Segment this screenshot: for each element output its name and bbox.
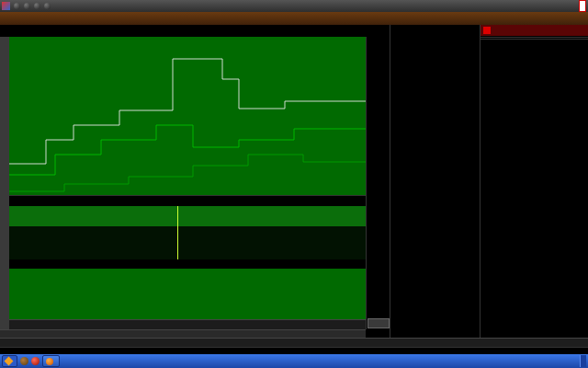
local-icon xyxy=(5,357,14,366)
smart-diagnosis-strip xyxy=(9,206,366,226)
title-bar xyxy=(0,0,588,12)
axis-labels-column xyxy=(366,37,390,329)
chart-cursor-line xyxy=(177,206,178,259)
stock-header[interactable] xyxy=(481,25,588,36)
windows-taskbar xyxy=(0,354,588,368)
kdj-indicator-header xyxy=(9,259,366,269)
ad-banner[interactable] xyxy=(579,0,586,12)
app-icon xyxy=(2,2,10,10)
red-app-icon[interactable] xyxy=(31,357,40,365)
taskbar-window-button[interactable] xyxy=(42,355,60,367)
firefox-icon xyxy=(46,358,53,365)
volume-indicator-header xyxy=(9,195,366,206)
indicator-info-bar xyxy=(0,25,390,37)
chart-region xyxy=(9,37,366,329)
kdj-pane[interactable] xyxy=(9,269,366,319)
view-tabs-row xyxy=(0,338,588,347)
window-button-3[interactable] xyxy=(34,3,40,9)
window-button-2[interactable] xyxy=(24,3,30,9)
left-vertical-tabs xyxy=(0,37,9,329)
market-tab-bar xyxy=(0,12,588,25)
app-window xyxy=(0,0,588,368)
java-icon[interactable] xyxy=(20,357,28,365)
quote-info-panel xyxy=(480,25,588,338)
system-tray xyxy=(580,355,586,367)
margin-badge xyxy=(483,27,491,34)
index-status-bar xyxy=(0,347,588,354)
window-button-4[interactable] xyxy=(44,3,51,9)
order-book-panel xyxy=(390,25,480,338)
candlestick-chart[interactable] xyxy=(9,37,366,195)
period-button[interactable] xyxy=(368,318,390,328)
taskbar-local-button[interactable] xyxy=(2,355,17,367)
volume-pane[interactable] xyxy=(9,226,366,259)
indicator-tabs-row xyxy=(0,329,366,338)
window-button-1[interactable] xyxy=(14,3,20,9)
